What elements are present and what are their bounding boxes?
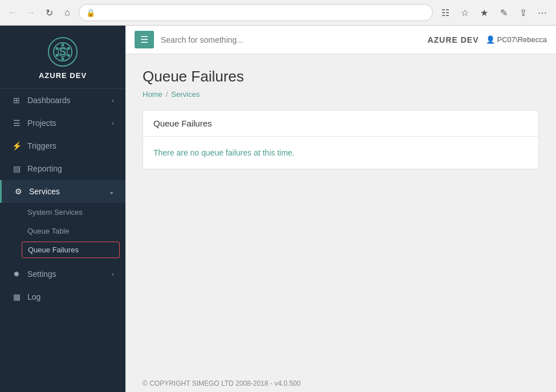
reporting-icon: ▤ <box>11 164 22 173</box>
topbar-app-name: AZURE DEV <box>428 35 479 44</box>
svg-point-5 <box>67 54 70 57</box>
empty-message: There are no queue failures at this time… <box>153 148 294 157</box>
search-input[interactable] <box>161 35 421 44</box>
favorites-button[interactable]: ★ <box>476 5 492 21</box>
topbar-user: 👤 PC07\Rebecca <box>486 35 547 44</box>
sidebar-settings-label: Settings <box>27 270 56 279</box>
breadcrumb: Home / Services <box>143 90 539 99</box>
sidebar-triggers-label: Triggers <box>27 141 56 150</box>
sidebar-item-dashboards[interactable]: ⊞ Dashboards ‹ <box>0 89 125 112</box>
menu-toggle-button[interactable]: ☰ <box>135 31 154 48</box>
more-button[interactable]: ⋯ <box>534 5 550 21</box>
refresh-button[interactable]: ↻ <box>42 6 56 19</box>
settings-icon: ✸ <box>11 270 22 279</box>
sidebar-reporting-label: Reporting <box>27 164 62 173</box>
projects-icon: ☰ <box>11 119 22 128</box>
sidebar-subitem-queue-table[interactable]: Queue Table <box>0 222 125 240</box>
user-icon: 👤 <box>486 35 495 44</box>
lock-icon: 🔒 <box>86 9 95 17</box>
queue-table-label: Queue Table <box>27 227 70 235</box>
page-area: Queue Failures Home / Services Queue Fai… <box>125 54 556 375</box>
sidebar-log-label: Log <box>27 292 40 301</box>
footer-copyright: © COPYRIGHT SIMEGO LTD 2008-2018 - v4.0.… <box>143 379 301 387</box>
pen-button[interactable]: ✎ <box>496 5 512 21</box>
sidebar-services-label: Services <box>29 187 60 196</box>
page-title: Queue Failures <box>143 68 539 85</box>
back-button[interactable]: ← <box>6 6 19 19</box>
svg-point-6 <box>62 58 64 60</box>
topbar: ☰ AZURE DEV 👤 PC07\Rebecca <box>125 26 556 54</box>
topbar-username: PC07\Rebecca <box>497 35 547 44</box>
svg-point-4 <box>67 47 70 50</box>
home-button[interactable]: ⌂ <box>60 6 74 19</box>
logo-text: AZURE DEV <box>39 71 87 80</box>
breadcrumb-home-link[interactable]: Home <box>143 90 163 99</box>
browser-toolbar: ← → ↻ ⌂ 🔒 ☷ ☆ ★ ✎ ⇪ ⋯ <box>0 0 556 25</box>
dashboards-icon: ⊞ <box>11 96 22 105</box>
card-body: There are no queue failures at this time… <box>143 137 538 169</box>
queue-failures-card: Queue Failures There are no queue failur… <box>143 110 539 169</box>
sidebar-item-log[interactable]: ▦ Log <box>0 285 125 308</box>
sidebar-subitem-system-services[interactable]: System Services <box>0 203 125 222</box>
sidebar-item-projects[interactable]: ☰ Projects ‹ <box>0 112 125 134</box>
browser-chrome: ← → ↻ ⌂ 🔒 ☷ ☆ ★ ✎ ⇪ ⋯ <box>0 0 556 26</box>
chevron-icon: ‹ <box>112 120 114 126</box>
sidebar-dashboards-label: Dashboards <box>27 96 71 105</box>
services-icon: ⚙ <box>13 187 23 196</box>
sidebar-item-triggers[interactable]: ⚡ Triggers <box>0 134 125 157</box>
star-button[interactable]: ☆ <box>457 5 473 21</box>
system-services-label: System Services <box>27 208 83 217</box>
settings-chevron-icon: ‹ <box>112 271 114 277</box>
breadcrumb-services-link[interactable]: Services <box>171 90 200 99</box>
sidebar-item-reporting[interactable]: ▤ Reporting <box>0 157 125 180</box>
sidebar-projects-label: Projects <box>27 119 56 128</box>
sidebar-subitem-queue-failures[interactable]: Queue Failures <box>22 242 120 258</box>
sidebar-item-settings[interactable]: ✸ Settings ‹ <box>0 263 125 285</box>
main-content: ☰ AZURE DEV 👤 PC07\Rebecca Queue Failure… <box>125 26 556 392</box>
browser-actions: ☷ ☆ ★ ✎ ⇪ ⋯ <box>437 5 550 21</box>
sidebar-logo: S AZURE DEV <box>0 26 125 89</box>
svg-point-8 <box>56 47 59 50</box>
address-bar[interactable]: 🔒 <box>79 4 433 21</box>
sidebar: S AZURE DEV ⊞ Dashboards ‹ ☰ Projects ‹ <box>0 26 125 392</box>
queue-failures-label: Queue Failures <box>28 246 79 254</box>
card-header: Queue Failures <box>143 111 538 137</box>
page-footer: © COPYRIGHT SIMEGO LTD 2008-2018 - v4.0.… <box>125 375 556 392</box>
breadcrumb-separator: / <box>166 90 168 99</box>
sidebar-item-services[interactable]: ⚙ Services ⌄ <box>0 180 125 203</box>
services-chevron-icon: ⌄ <box>109 188 114 195</box>
forward-button[interactable]: → <box>24 6 38 19</box>
chevron-icon: ‹ <box>112 97 114 104</box>
share-button[interactable]: ⇪ <box>515 5 531 21</box>
log-icon: ▦ <box>11 292 22 301</box>
reader-view-button[interactable]: ☷ <box>437 5 453 21</box>
app-container: S AZURE DEV ⊞ Dashboards ‹ ☰ Projects ‹ <box>0 26 556 392</box>
triggers-icon: ⚡ <box>11 141 22 150</box>
svg-point-7 <box>56 54 59 57</box>
logo-icon: S <box>48 37 78 67</box>
svg-point-3 <box>62 44 64 47</box>
